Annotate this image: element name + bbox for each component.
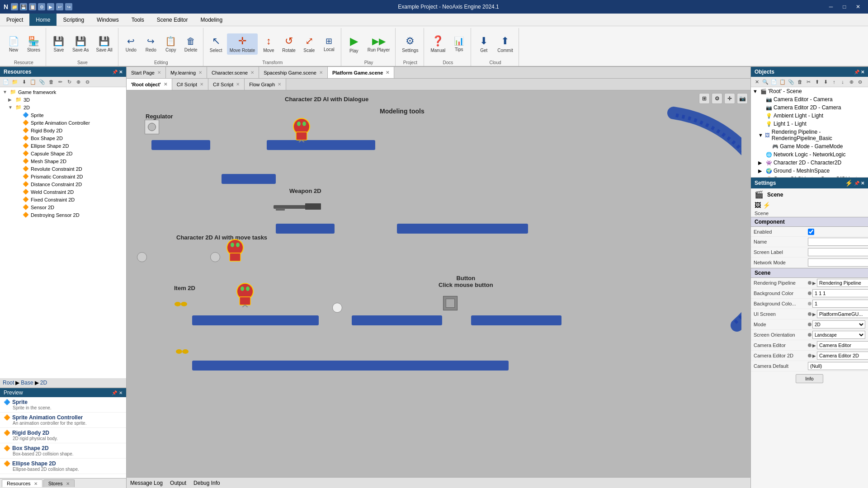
obj-expand-ground[interactable]: ▶ — [758, 168, 764, 174]
toolbar-icon-3[interactable]: 📋 — [29, 3, 36, 10]
expand-icon-3d[interactable]: ▶ — [8, 97, 14, 102]
viewport[interactable]: ⊞ ⚙ ✛ 📷 Character 2D AI with Dialogue — [127, 90, 750, 477]
bottom-tab-resources[interactable]: Resources ✕ — [2, 479, 42, 487]
settings-input-screen-label-box[interactable] — [808, 248, 868, 256]
bottom-tab-stores[interactable]: Stores ✕ — [43, 479, 75, 487]
rotate-button[interactable]: ↺ Rotate — [279, 33, 298, 55]
vp-btn-1[interactable]: ⊞ — [699, 93, 710, 104]
settings-arrow-ui-screen[interactable]: ▶ — [812, 312, 816, 317]
res-delete-btn[interactable]: 🗑 — [47, 78, 55, 86]
toolbar-icon-4[interactable]: ⚙ — [38, 3, 45, 10]
play-button[interactable]: ▶ Play — [345, 33, 363, 55]
obj-light-1[interactable]: 💡 Light 1 - Light — [751, 120, 868, 128]
menu-scene-editor[interactable]: Scene Editor — [151, 14, 194, 26]
tree-item-destroying[interactable]: 🔶 Destroying Sensor 2D — [1, 211, 125, 219]
obj-camera-editor[interactable]: 📷 Camera Editor - Camera — [751, 95, 868, 103]
settings-arrow-camera-editor[interactable]: ▶ — [812, 343, 816, 348]
tab-csharp-script-1-close[interactable]: ✕ — [200, 82, 203, 87]
tab-spaceship-scene-close[interactable]: ✕ — [319, 70, 323, 75]
preview-item-ellipse[interactable]: 🔶 Ellipse Shape 2D Ellipse-based 2D coll… — [0, 459, 126, 474]
menu-home[interactable]: Home — [29, 14, 57, 26]
settings-input-camera-default[interactable] — [808, 362, 868, 370]
tree-item-ellipse[interactable]: 🔶 Ellipse Shape 2D — [1, 142, 125, 150]
obj-network-logic[interactable]: 🌐 Network Logic - NetworkLogic — [751, 150, 868, 159]
tree-item-fixed[interactable]: 🔶 Fixed Constraint 2D — [1, 196, 125, 203]
tab-root-object-close[interactable]: ✕ — [164, 82, 167, 87]
obj-tb-btn-3[interactable]: 📄 — [770, 78, 778, 86]
settings-select-screen-orientation[interactable]: Landscape Portrait — [812, 331, 865, 339]
resources-close-icon[interactable]: ✕ — [119, 70, 123, 75]
tree-item-revolute[interactable]: 🔶 Revolute Constraint 2D — [1, 165, 125, 173]
commit-button[interactable]: ⬆ Commit — [495, 33, 515, 55]
res-paste-btn[interactable]: 📎 — [38, 78, 46, 86]
scale-button[interactable]: ⤢ Scale — [300, 33, 318, 55]
tree-item-capsule[interactable]: 🔶 Capsule Shape 2D — [1, 150, 125, 157]
stores-button[interactable]: 🏪 Stores — [24, 34, 43, 54]
redo-button[interactable]: ↪ Redo — [142, 34, 160, 54]
tree-item-mesh-shape[interactable]: 🔶 Mesh Shape 2D — [1, 157, 125, 165]
settings-select-mode[interactable]: 2D 3D — [812, 320, 865, 328]
toolbar-icon-6[interactable]: ↩ — [56, 3, 63, 10]
tree-item-rigid-body-2d[interactable]: 🔶 Rigid Body 2D — [1, 127, 125, 134]
settings-input-network-mode-box[interactable] — [808, 258, 868, 267]
preview-item-sprite-anim[interactable]: 🔶 Sprite Animation Controller An animati… — [0, 413, 126, 428]
maximize-button[interactable]: □ — [838, 2, 851, 12]
tree-item-weld[interactable]: 🔶 Weld Constraint 2D — [1, 188, 125, 196]
tab-spaceship-scene[interactable]: Spaceship Game.scene ✕ — [259, 67, 328, 78]
obj-tb-btn-8[interactable]: ⬆ — [813, 78, 821, 86]
save-button[interactable]: 💾 Save — [50, 34, 68, 54]
obj-tb-btn-10[interactable]: ↑ — [830, 78, 838, 86]
obj-rendering-pipeline[interactable]: ▼ 🖼 Rendering Pipeline - RenderingPipeli… — [751, 128, 868, 142]
settings-arrow-camera-editor-2d[interactable]: ▶ — [812, 353, 816, 358]
obj-expand-char2d[interactable]: ▶ — [758, 160, 764, 166]
settings-input-name[interactable] — [808, 238, 868, 246]
tree-item-prismatic[interactable]: 🔶 Prismatic Constraint 2D — [1, 173, 125, 180]
res-collapse-btn[interactable]: ⊖ — [83, 78, 91, 86]
obj-expand-rendering[interactable]: ▼ — [758, 132, 764, 138]
statusbar-output[interactable]: Output — [170, 480, 186, 486]
obj-tb-btn-4[interactable]: 📋 — [778, 78, 787, 86]
bottom-tab-stores-close[interactable]: ✕ — [66, 481, 70, 486]
obj-expand-root[interactable]: ▼ — [753, 89, 759, 94]
tree-item-sensor[interactable]: 🔶 Sensor 2D — [1, 203, 125, 211]
statusbar-debug-info[interactable]: Debug Info — [193, 480, 220, 486]
res-rename-btn[interactable]: ✏ — [56, 78, 64, 86]
delete-button[interactable]: 🗑 Delete — [182, 34, 200, 54]
obj-ambient-light[interactable]: 💡 Ambient Light - Light — [751, 112, 868, 120]
tab-character-scene[interactable]: Character.scene ✕ — [207, 67, 259, 78]
tab-flow-graph[interactable]: Flow Graph ✕ — [245, 79, 286, 90]
obj-tb-btn-13[interactable]: ⊖ — [856, 78, 864, 86]
menu-windows[interactable]: Windows — [90, 14, 125, 26]
select-button[interactable]: ↖ Select — [207, 33, 225, 55]
resources-pin-icon[interactable]: 📌 — [112, 70, 118, 75]
obj-tb-btn-9[interactable]: ⬇ — [821, 78, 830, 86]
tree-item-box-shape[interactable]: 🔶 Box Shape 2D — [1, 134, 125, 142]
tab-my-learning-close[interactable]: ✕ — [198, 70, 202, 75]
tree-item-3d[interactable]: ▶ 📁 3D — [1, 96, 125, 103]
preview-pin-icon[interactable]: 📌 — [112, 390, 117, 395]
toolbar-icon-5[interactable]: ▶ — [47, 3, 54, 10]
menu-scripting[interactable]: Scripting — [57, 14, 90, 26]
menu-project[interactable]: Project — [0, 14, 29, 26]
save-all-button[interactable]: 💾 Save All — [94, 34, 115, 54]
obj-ground[interactable]: ▶ 🌍 Ground - MeshInSpace — [751, 167, 868, 175]
obj-tb-btn-5[interactable]: 📎 — [787, 78, 795, 86]
tab-platform-scene[interactable]: Platform Game.scene ✕ — [328, 67, 395, 78]
tab-start-page-close[interactable]: ✕ — [157, 70, 161, 75]
obj-tb-btn-1[interactable]: ✕ — [753, 78, 761, 86]
move-rotate-button[interactable]: ✛ Move Rotate — [227, 33, 258, 55]
settings-icon-1[interactable]: 🖼 — [755, 202, 761, 209]
obj-tb-btn-2[interactable]: 🔍 — [761, 78, 769, 86]
vp-btn-4[interactable]: 📷 — [737, 93, 748, 104]
obj-game-mode[interactable]: 🎮 Game Mode - GameMode — [751, 142, 868, 150]
obj-tb-btn-6[interactable]: 🗑 — [796, 78, 804, 86]
tab-root-object[interactable]: 'Root object' ✕ — [127, 79, 172, 90]
settings-close-icon[interactable]: ✕ — [861, 181, 864, 186]
toolbar-icon-7[interactable]: ↪ — [65, 3, 72, 10]
vp-btn-3[interactable]: ✛ — [724, 93, 735, 104]
bottom-tab-resources-close[interactable]: ✕ — [34, 481, 38, 486]
get-button[interactable]: ⬇ Get — [475, 33, 493, 55]
tree-item-distance[interactable]: 🔶 Distance Constraint 2D — [1, 180, 125, 188]
settings-icon-2[interactable]: ⚡ — [763, 202, 770, 209]
tree-item-game-framework[interactable]: ▼ 📁 Game framework — [1, 88, 125, 96]
